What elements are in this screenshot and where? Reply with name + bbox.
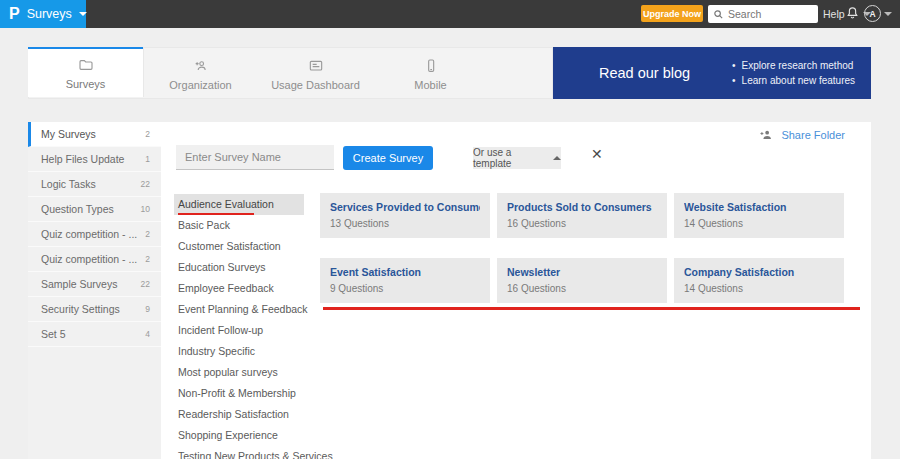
help-link[interactable]: Help: [823, 8, 845, 20]
category-item[interactable]: Incident Follow-up: [174, 320, 304, 341]
banner-bullet: Learn about new features: [732, 73, 855, 88]
sidebar-folder-item[interactable]: Quiz competition - ... 2: [28, 222, 161, 247]
tab-label: Surveys: [66, 78, 106, 90]
blog-banner-title: Read our blog: [599, 65, 690, 81]
survey-name-input[interactable]: [176, 145, 334, 170]
product-menu[interactable]: P Surveys: [0, 0, 86, 28]
category-item[interactable]: Readership Satisfaction: [174, 404, 304, 425]
category-item[interactable]: Customer Satisfaction: [174, 236, 304, 257]
template-title: Products Sold to Consumers: [507, 201, 657, 213]
category-item[interactable]: Shopping Experience: [174, 425, 304, 446]
share-folder-button[interactable]: Share Folder: [758, 128, 845, 142]
category-label: Non-Profit & Membership: [178, 387, 296, 399]
chevron-up-icon: [553, 156, 561, 160]
category-label: Incident Follow-up: [178, 324, 263, 336]
close-icon[interactable]: ✕: [591, 147, 603, 161]
template-question-count: 16 Questions: [507, 218, 657, 229]
avatar: A: [864, 5, 881, 22]
tab-label: Usage Dashboard: [271, 79, 360, 91]
category-item[interactable]: Employee Feedback: [174, 278, 304, 299]
use-template-label: Or use a template: [473, 147, 547, 169]
folder-label: Quiz competition - ...: [41, 253, 145, 265]
content-panel: My Surveys 2 Help Files Update 1 Logic T…: [28, 122, 871, 459]
template-title: Newsletter: [507, 266, 657, 278]
organization-icon: [192, 58, 210, 75]
sidebar-folder-item[interactable]: Question Types 10: [28, 197, 161, 222]
category-item[interactable]: Basic Pack: [174, 215, 304, 236]
upgrade-button[interactable]: Upgrade Now: [641, 5, 703, 22]
tab-mobile[interactable]: Mobile: [373, 48, 488, 98]
chevron-down-icon: [79, 12, 87, 16]
category-label: Employee Feedback: [178, 282, 274, 294]
sidebar-folder-item[interactable]: Quiz competition - ... 2: [28, 247, 161, 272]
category-label: Audience Evaluation: [178, 198, 274, 210]
folder-label: Logic Tasks: [41, 178, 141, 190]
template-question-count: 13 Questions: [330, 218, 480, 229]
folder-label: Sample Surveys: [41, 278, 141, 290]
category-item[interactable]: Industry Specific: [174, 341, 304, 362]
tab-organization[interactable]: Organization: [143, 48, 258, 98]
category-label: Basic Pack: [178, 219, 230, 231]
category-label: Education Surveys: [178, 261, 266, 273]
tab-label: Organization: [169, 79, 231, 91]
template-card[interactable]: Products Sold to Consumers 16 Questions: [497, 193, 667, 238]
tab-surveys[interactable]: Surveys: [28, 47, 143, 97]
template-question-count: 14 Questions: [684, 283, 834, 294]
annotation-underline-category: [178, 213, 254, 215]
template-question-count: 14 Questions: [684, 218, 834, 229]
sidebar-folder-item[interactable]: Security Settings 9: [28, 297, 161, 322]
tabs-strip: Surveys Organization Usage Dashboard Mob…: [28, 47, 553, 99]
category-item[interactable]: Audience Evaluation: [174, 194, 304, 215]
template-card[interactable]: Newsletter 16 Questions: [497, 258, 667, 303]
template-card[interactable]: Event Satisfaction 9 Questions: [320, 258, 490, 303]
category-label: Testing New Products & Services: [178, 450, 333, 459]
sidebar-folder-item[interactable]: Logic Tasks 22: [28, 172, 161, 197]
search-box[interactable]: [708, 5, 818, 23]
account-menu[interactable]: A: [864, 5, 892, 22]
template-question-count: 16 Questions: [507, 283, 657, 294]
annotation-underline-cards: [323, 307, 860, 310]
template-title: Services Provided to Consumers: [330, 201, 480, 213]
sidebar-folder-item[interactable]: My Surveys 2: [28, 122, 161, 147]
folder-count: 10: [141, 204, 150, 214]
template-card[interactable]: Company Satisfaction 14 Questions: [674, 258, 844, 303]
share-person-icon: [758, 128, 774, 142]
category-item[interactable]: Testing New Products & Services: [174, 446, 304, 459]
search-input[interactable]: [728, 8, 808, 20]
folder-count: 22: [141, 179, 150, 189]
folder-label: Help Files Update: [41, 153, 145, 165]
create-survey-button[interactable]: Create Survey: [343, 146, 433, 170]
section-nav: Surveys Organization Usage Dashboard Mob…: [28, 47, 871, 99]
blog-banner[interactable]: Read our blog Explore research method Le…: [553, 47, 871, 99]
folder-count: 2: [145, 129, 150, 139]
folder-label: Question Types: [41, 203, 141, 215]
bell-icon: [845, 5, 860, 22]
category-label: Customer Satisfaction: [178, 240, 281, 252]
sidebar-folder-item[interactable]: Set 5 4: [28, 322, 161, 347]
template-card[interactable]: Services Provided to Consumers 13 Questi…: [320, 193, 490, 238]
folder-count: 22: [141, 279, 150, 289]
category-label: Event Planning & Feedback: [178, 303, 308, 315]
blog-banner-bullets: Explore research method Learn about new …: [732, 58, 855, 88]
sidebar-folder-item[interactable]: Help Files Update 1: [28, 147, 161, 172]
folder-label: Security Settings: [41, 303, 145, 315]
tab-usage-dashboard[interactable]: Usage Dashboard: [258, 48, 373, 98]
category-item[interactable]: Most popular surveys: [174, 362, 304, 383]
share-folder-label: Share Folder: [781, 129, 845, 141]
category-item[interactable]: Non-Profit & Membership: [174, 383, 304, 404]
category-item[interactable]: Education Surveys: [174, 257, 304, 278]
dashboard-icon: [307, 58, 325, 75]
folder-count: 2: [145, 229, 150, 239]
tab-label: Mobile: [414, 79, 446, 91]
template-card[interactable]: Website Satisfaction 14 Questions: [674, 193, 844, 238]
template-title: Website Satisfaction: [684, 201, 834, 213]
search-icon: [713, 9, 724, 20]
folders-sidebar: My Surveys 2 Help Files Update 1 Logic T…: [28, 122, 161, 459]
folder-label: Quiz competition - ...: [41, 228, 145, 240]
template-category-list: Audience Evaluation Basic Pack Customer …: [174, 194, 304, 459]
category-item[interactable]: Event Planning & Feedback: [174, 299, 304, 320]
category-label: Industry Specific: [178, 345, 255, 357]
top-bar: P Surveys Upgrade Now Help A: [0, 0, 900, 28]
sidebar-folder-item[interactable]: Sample Surveys 22: [28, 272, 161, 297]
use-template-dropdown[interactable]: Or use a template: [473, 147, 561, 169]
